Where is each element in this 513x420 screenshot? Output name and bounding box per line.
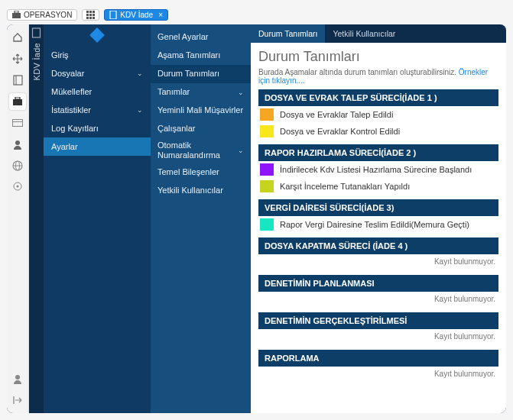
- section-header: DENETİMİN GERÇEKLEŞTİRİLMESİ: [258, 312, 498, 329]
- chevron-down-icon: ⌄: [137, 106, 143, 114]
- chevron-down-icon: ⌄: [137, 69, 143, 77]
- iconbar-item-collapse[interactable]: [9, 392, 26, 409]
- status-row[interactable]: İndirilecek Kdv Listesi Hazırlama Süreci…: [258, 161, 498, 178]
- topbar: OPERASYON KDV İade ×: [7, 7, 506, 22]
- svg-rect-1: [15, 11, 18, 13]
- status-label: Dosya ve Evraklar Talep Edildi: [280, 110, 393, 119]
- nav2-item-label: Yeminli Mali Müşavirler: [157, 105, 243, 115]
- active-tab-chip[interactable]: KDV İade ×: [104, 9, 168, 21]
- svg-rect-6: [89, 14, 92, 16]
- svg-rect-5: [86, 14, 89, 16]
- iconbar-item-home[interactable]: [9, 29, 26, 46]
- nav1-item-0[interactable]: Giriş: [44, 46, 151, 64]
- svg-rect-7: [93, 14, 95, 16]
- nav2-item-8[interactable]: Yetkili Kullanıcılar: [151, 181, 251, 199]
- svg-rect-11: [110, 11, 116, 19]
- nav2-item-7[interactable]: Temel Bileşenler: [151, 163, 251, 181]
- svg-point-18: [15, 141, 20, 145]
- status-row[interactable]: Dosya ve Evraklar Talep Edildi: [258, 106, 498, 123]
- chevron-down-icon: ⌄: [238, 89, 244, 97]
- nav2-item-0[interactable]: Genel Ayarlar: [151, 28, 251, 47]
- section-header: VERGİ DAİRESİ SÜRECİ(İADE 3): [258, 199, 498, 216]
- content-tabs: Durum TanımlarıYetkili Kullanıcılar: [251, 24, 506, 43]
- color-swatch: [260, 108, 274, 121]
- tab-chip-label: KDV İade: [120, 11, 153, 19]
- color-swatch: [260, 218, 274, 231]
- nav1-item-3[interactable]: İstatistikler⌄: [44, 101, 151, 119]
- intro-text: Burada Aşamalar altında durum tanımları …: [258, 68, 498, 85]
- apps-grid-button[interactable]: [82, 9, 99, 21]
- status-row[interactable]: Dosya ve Evraklar Kontrol Edildi: [258, 123, 498, 140]
- nav1-item-4[interactable]: Log Kayıtları: [44, 119, 151, 137]
- nav2-item-1[interactable]: Aşama Tanımları: [151, 47, 251, 65]
- color-swatch: [260, 125, 274, 137]
- primary-nav: GirişDosyalar⌄Mükelleflerİstatistikler⌄L…: [44, 24, 151, 413]
- svg-rect-26: [32, 28, 40, 37]
- section-header: RAPORLAMA: [258, 350, 498, 367]
- status-label: Dosya ve Evraklar Kontrol Edildi: [280, 127, 400, 136]
- secondary-nav: Genel AyarlarAşama TanımlarıDurum Tanıml…: [151, 24, 251, 413]
- tab-chip-close[interactable]: ×: [158, 11, 163, 19]
- empty-message: Kayıt bulunmuyor.: [258, 329, 498, 345]
- content-tab-0[interactable]: Durum Tanımları: [251, 24, 325, 43]
- color-swatch: [260, 180, 274, 192]
- section-header: DENETİMİN PLANLANMASI: [258, 275, 498, 292]
- nav2-item-4[interactable]: Yeminli Mali Müşavirler: [151, 102, 251, 120]
- nav2-item-label: Çalışanlar: [157, 124, 196, 134]
- status-row[interactable]: Karşıt İnceleme Tutanakları Yapıldı: [258, 178, 498, 195]
- doc-icon: [109, 11, 117, 19]
- content-body: Durum Tanımları Burada Aşamalar altında …: [251, 43, 506, 413]
- empty-message: Kayıt bulunmuyor.: [258, 292, 498, 308]
- status-label: İndirilecek Kdv Listesi Hazırlama Süreci…: [280, 165, 472, 174]
- section-header: DOSYA KAPATMA SÜRECİ (İADE 4 ): [258, 237, 498, 254]
- content-tab-1[interactable]: Yetkili Kullanıcılar: [325, 24, 403, 43]
- nav1-item-label: Mükellefler: [51, 87, 92, 96]
- iconbar-item-globe[interactable]: [9, 157, 26, 174]
- color-swatch: [260, 163, 274, 176]
- svg-rect-2: [86, 11, 89, 13]
- svg-rect-14: [13, 99, 22, 105]
- nav2-item-label: Durum Tanımları: [157, 69, 219, 79]
- nav2-item-6[interactable]: Otomatik Numaralandırma⌄: [151, 138, 251, 163]
- nav2-item-label: Yetkili Kullanıcılar: [157, 186, 223, 195]
- nav2-item-2[interactable]: Durum Tanımları: [151, 65, 251, 83]
- briefcase-icon: [12, 11, 21, 18]
- iconbar-item-user-bottom[interactable]: [9, 370, 26, 387]
- svg-rect-0: [12, 13, 21, 18]
- svg-point-24: [15, 375, 20, 380]
- chevron-down-icon: ⌄: [238, 147, 244, 155]
- svg-rect-12: [14, 76, 22, 85]
- svg-rect-3: [89, 11, 92, 13]
- iconbar: [7, 24, 29, 413]
- status-label: Karşıt İnceleme Tutanakları Yapıldı: [280, 182, 410, 191]
- app-logo: [44, 24, 151, 46]
- nav1-item-label: Dosyalar: [51, 69, 84, 78]
- svg-rect-10: [93, 17, 95, 19]
- nav2-item-3[interactable]: Tanımlar⌄: [151, 83, 251, 102]
- iconbar-item-briefcase[interactable]: [9, 93, 26, 110]
- status-label: Rapor Vergi Dairesine Teslim Edildi(Memu…: [280, 220, 469, 229]
- nav1-item-2[interactable]: Mükellefler: [44, 82, 151, 101]
- status-row[interactable]: Rapor Vergi Dairesine Teslim Edildi(Memu…: [258, 216, 498, 233]
- svg-rect-15: [15, 97, 20, 99]
- iconbar-item-book[interactable]: [9, 72, 26, 89]
- operasyon-button[interactable]: OPERASYON: [7, 9, 77, 21]
- nav1-item-label: Ayarlar: [51, 142, 78, 151]
- iconbar-item-user[interactable]: [9, 136, 26, 153]
- svg-rect-4: [93, 11, 95, 13]
- nav2-item-label: Otomatik Numaralandırma: [157, 141, 238, 160]
- iconbar-item-card[interactable]: [9, 115, 26, 131]
- nav1-item-label: Log Kayıtları: [51, 124, 99, 133]
- empty-message: Kayıt bulunmuyor.: [258, 254, 498, 270]
- section-header: RAPOR HAZIRLAMA SÜRECİ(İADE 2 ): [258, 144, 498, 161]
- iconbar-item-pin[interactable]: [9, 179, 26, 195]
- app-frame: KDV İade GirişDosyalar⌄Mükelleflerİstati…: [7, 24, 506, 413]
- page-title: Durum Tanımları: [258, 49, 498, 65]
- nav1-item-5[interactable]: Ayarlar: [44, 137, 151, 156]
- nav2-item-label: Temel Bileşenler: [157, 167, 219, 177]
- svg-rect-8: [86, 17, 89, 19]
- vertical-tab[interactable]: KDV İade: [29, 24, 44, 413]
- iconbar-item-move[interactable]: [9, 50, 26, 67]
- nav2-item-5[interactable]: Çalışanlar: [151, 120, 251, 138]
- nav1-item-1[interactable]: Dosyalar⌄: [44, 64, 151, 82]
